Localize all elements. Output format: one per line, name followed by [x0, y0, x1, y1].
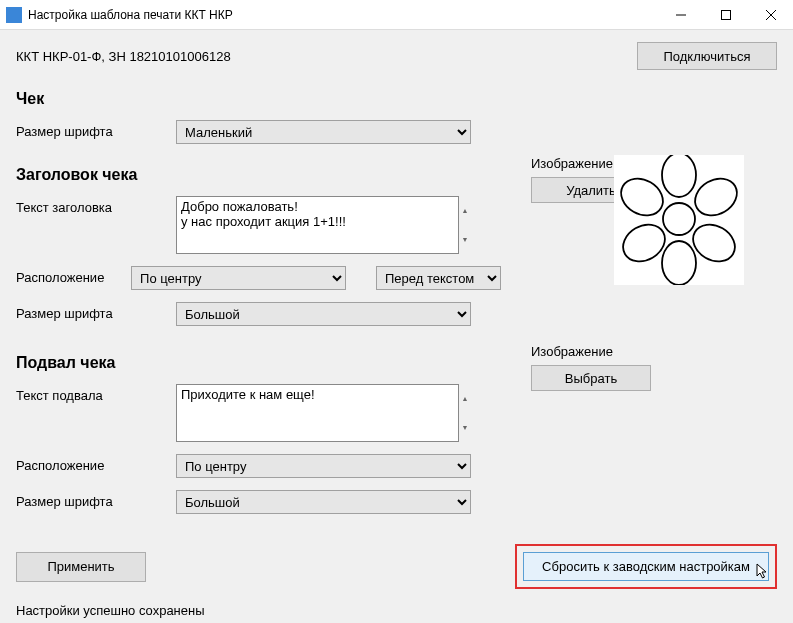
- svg-point-10: [663, 203, 695, 235]
- header-font-label: Размер шрифта: [16, 302, 176, 321]
- maximize-button[interactable]: [703, 0, 748, 29]
- status-message: Настройки успешно сохранены: [16, 603, 777, 618]
- svg-point-9: [614, 171, 669, 222]
- footer-font-select[interactable]: Большой: [176, 490, 471, 514]
- content-area: ККТ НКР-01-Ф, ЗН 18210101006128 Подключи…: [0, 30, 793, 623]
- footer-position-select[interactable]: По центру: [176, 454, 471, 478]
- svg-rect-1: [721, 10, 730, 19]
- header-font-select[interactable]: Большой: [176, 302, 471, 326]
- connect-button[interactable]: Подключиться: [637, 42, 777, 70]
- section-footer-heading: Подвал чека: [16, 354, 501, 372]
- svg-point-5: [688, 171, 743, 222]
- titlebar: Настройка шаблона печати ККТ НКР: [0, 0, 793, 30]
- footer-text-input[interactable]: [176, 384, 459, 442]
- scroll-up-icon[interactable]: ▲: [459, 196, 471, 225]
- app-icon: [6, 7, 22, 23]
- check-font-label: Размер шрифта: [16, 120, 176, 139]
- image-position-select[interactable]: Перед текстом: [376, 266, 501, 290]
- header-position-label: Расположение: [16, 266, 131, 285]
- footer-font-label: Размер шрифта: [16, 490, 176, 509]
- footer-text-label: Текст подвала: [16, 384, 176, 403]
- header-text-label: Текст заголовка: [16, 196, 176, 215]
- window-title: Настройка шаблона печати ККТ НКР: [28, 8, 658, 22]
- check-font-select[interactable]: Маленький: [176, 120, 471, 144]
- svg-point-7: [662, 241, 696, 285]
- footer-image-label: Изображение: [531, 344, 651, 359]
- section-check-heading: Чек: [16, 90, 777, 108]
- reset-button[interactable]: Сбросить к заводским настройкам: [523, 552, 769, 581]
- close-button[interactable]: [748, 0, 793, 29]
- scroll-down-icon[interactable]: ▼: [459, 225, 471, 254]
- scroll-up-icon[interactable]: ▲: [459, 384, 471, 413]
- window-controls: [658, 0, 793, 29]
- scroll-down-icon[interactable]: ▼: [459, 413, 471, 442]
- header-text-input[interactable]: [176, 196, 459, 254]
- apply-button[interactable]: Применить: [16, 552, 146, 582]
- device-info-label: ККТ НКР-01-Ф, ЗН 18210101006128: [16, 49, 231, 64]
- choose-image-button[interactable]: Выбрать: [531, 365, 651, 391]
- svg-point-4: [662, 155, 696, 197]
- footer-text-scrollbar[interactable]: ▲ ▼: [459, 384, 471, 442]
- reset-highlight-box: Сбросить к заводским настройкам: [515, 544, 777, 589]
- header-text-scrollbar[interactable]: ▲ ▼: [459, 196, 471, 254]
- section-header-heading: Заголовок чека: [16, 166, 501, 184]
- header-image-preview: [614, 155, 744, 285]
- minimize-button[interactable]: [658, 0, 703, 29]
- header-position-select[interactable]: По центру: [131, 266, 346, 290]
- footer-position-label: Расположение: [16, 454, 176, 473]
